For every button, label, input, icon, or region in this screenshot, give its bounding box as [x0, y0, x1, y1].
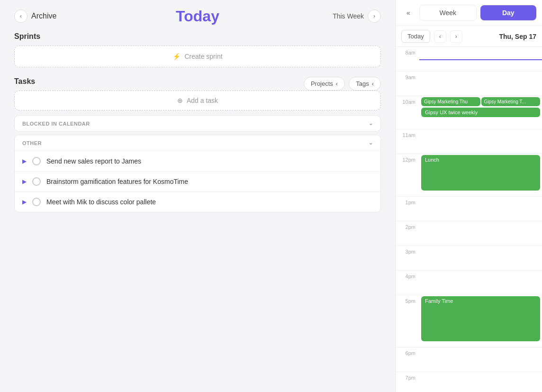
time-slot-5pm: 5pm Family Time — [396, 295, 542, 347]
time-label: 5pm — [396, 295, 419, 347]
time-label: 4pm — [396, 271, 419, 295]
time-label: 11am — [396, 129, 419, 154]
task-row[interactable]: ▶ Meet with Mik to discuss color pallete — [15, 191, 380, 212]
plus-circle-icon: ⊕ — [177, 97, 183, 104]
today-cal-button[interactable]: Today — [401, 30, 430, 43]
slot-content — [419, 72, 542, 96]
gipsy-marketing-t-event[interactable]: Gipsy Marketing T... — [481, 97, 541, 106]
time-slot-2pm: 2pm — [396, 221, 542, 246]
time-slot-9am: 9am — [396, 72, 542, 96]
blocked-label: BLOCKED IN CALENDAR — [22, 121, 90, 127]
slot-content — [419, 246, 542, 270]
slot-content — [419, 271, 542, 295]
tags-label: Tags — [356, 80, 369, 87]
time-slot-6pm: 6pm — [396, 347, 542, 372]
slot-content: Gipsy Marketing Thu Gipsy Marketing T...… — [419, 96, 542, 129]
sprints-title: Sprints — [14, 32, 381, 41]
add-task-label: Add a task — [187, 97, 218, 104]
week-view-button[interactable]: Week — [419, 5, 477, 21]
time-label: 9am — [396, 72, 419, 96]
projects-filter-button[interactable]: Projects ‹ — [304, 77, 345, 91]
this-week-nav: This Week › — [333, 9, 381, 23]
task-text: Meet with Mik to discuss color pallete — [46, 198, 156, 206]
task-text: Brainstorm gamification features for Kos… — [46, 178, 188, 185]
time-label: 1pm — [396, 197, 419, 221]
cal-next-button[interactable]: › — [450, 30, 462, 43]
slot-content — [419, 47, 542, 71]
slot-content — [419, 221, 542, 246]
time-label: 8am — [396, 47, 419, 71]
tasks-header: Tasks Projects ‹ Tags ‹ — [14, 77, 381, 91]
calendar-nav: Today ‹ › Thu, Sep 17 — [396, 26, 542, 47]
other-group: OTHER ⌄ ▶ Send new sales report to James… — [14, 135, 381, 212]
next-button[interactable]: › — [368, 9, 381, 23]
time-label: 7pm — [396, 372, 419, 392]
time-label: 6pm — [396, 347, 419, 372]
play-icon: ▶ — [22, 178, 27, 185]
sprints-section: Sprints ⚡ Create sprint — [14, 32, 381, 67]
calendar-back-button[interactable]: « — [401, 6, 416, 20]
lightning-icon: ⚡ — [172, 53, 181, 60]
cal-prev-button[interactable]: ‹ — [434, 30, 446, 43]
time-slot-7pm: 7pm — [396, 372, 542, 392]
this-week-label: This Week — [333, 12, 364, 20]
task-checkbox[interactable] — [32, 177, 41, 186]
task-text: Send new sales report to James — [46, 157, 141, 165]
task-row[interactable]: ▶ Send new sales report to James — [15, 151, 380, 171]
events-row: Gipsy Marketing Thu Gipsy Marketing T... — [421, 97, 540, 106]
slot-content — [419, 347, 542, 372]
archive-label: Archive — [31, 12, 56, 20]
day-view-button[interactable]: Day — [480, 5, 537, 20]
blocked-header[interactable]: BLOCKED IN CALENDAR ⌄ — [15, 116, 380, 131]
family-time-event[interactable]: Family Time — [421, 296, 540, 341]
gipsy-marketing-thu-event[interactable]: Gipsy Marketing Thu — [421, 97, 480, 106]
top-bar: ‹ Archive Today This Week › — [14, 9, 381, 23]
chevron-left-icon: ‹ — [336, 80, 338, 87]
calendar-body: 8am 9am 10am Gipsy Marketing Thu Gipsy M… — [396, 47, 542, 392]
time-slot-1pm: 1pm — [396, 197, 542, 221]
slot-content — [419, 197, 542, 221]
play-icon: ▶ — [22, 158, 27, 164]
time-label: 3pm — [396, 246, 419, 270]
calendar-header: « Week Day — [396, 0, 542, 26]
lunch-event[interactable]: Lunch — [421, 155, 540, 191]
time-slot-12pm: 12pm Lunch — [396, 154, 542, 197]
current-time-indicator — [419, 59, 542, 60]
time-slot-3pm: 3pm — [396, 246, 542, 271]
play-icon: ▶ — [22, 199, 27, 205]
today-title: Today — [176, 8, 219, 25]
chevron-down-icon-2: ⌄ — [369, 140, 373, 146]
slot-content: Family Time — [419, 295, 542, 347]
right-panel: « Week Day Today ‹ › Thu, Sep 17 8am 9am… — [395, 0, 542, 392]
time-slot-10am: 10am Gipsy Marketing Thu Gipsy Marketing… — [396, 96, 542, 129]
time-label: 10am — [396, 96, 419, 129]
time-slot-8am: 8am — [396, 47, 542, 72]
chevron-left-icon-2: ‹ — [372, 80, 374, 87]
blocked-in-calendar-group: BLOCKED IN CALENDAR ⌄ — [14, 115, 381, 132]
time-label: 12pm — [396, 154, 419, 196]
back-button[interactable]: ‹ — [14, 9, 27, 23]
slot-content — [419, 372, 542, 392]
add-task-button[interactable]: ⊕ Add a task — [14, 91, 381, 110]
slot-content: Lunch — [419, 154, 542, 196]
chevron-down-icon: ⌄ — [369, 120, 373, 127]
task-checkbox[interactable] — [32, 157, 41, 165]
create-sprint-label: Create sprint — [184, 53, 222, 60]
tasks-title: Tasks — [14, 77, 35, 86]
task-row[interactable]: ▶ Brainstorm gamification features for K… — [15, 171, 380, 191]
time-slot-11am: 11am — [396, 129, 542, 154]
left-panel: ‹ Archive Today This Week › Sprints ⚡ Cr… — [0, 0, 395, 392]
gipsy-ux-event[interactable]: Gipsy UX twice weekly — [421, 108, 540, 117]
other-label: OTHER — [22, 140, 42, 146]
projects-label: Projects — [311, 80, 333, 87]
cal-date: Thu, Sep 17 — [499, 33, 536, 40]
time-slot-4pm: 4pm — [396, 271, 542, 295]
slot-content — [419, 129, 542, 154]
tasks-filters: Projects ‹ Tags ‹ — [304, 77, 381, 91]
other-header[interactable]: OTHER ⌄ — [15, 135, 380, 151]
create-sprint-button[interactable]: ⚡ Create sprint — [14, 46, 381, 67]
archive-nav: ‹ Archive — [14, 9, 56, 23]
tags-filter-button[interactable]: Tags ‹ — [349, 77, 381, 91]
task-checkbox[interactable] — [32, 198, 41, 206]
tasks-section: Tasks Projects ‹ Tags ‹ ⊕ Add a task BLO… — [14, 77, 381, 215]
